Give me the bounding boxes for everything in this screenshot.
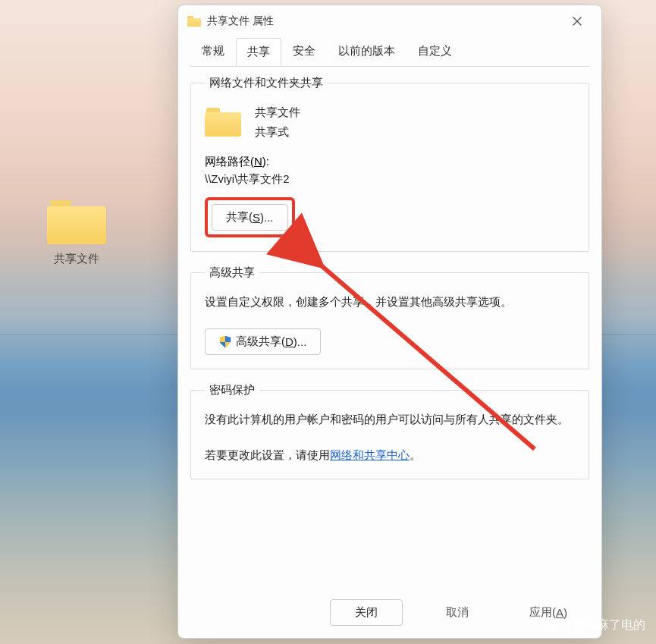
folder-icon bbox=[187, 16, 201, 27]
close-action-button[interactable]: 关闭 bbox=[330, 599, 403, 626]
properties-dialog: 共享文件 属性 常规 共享 安全 以前的版本 自定义 网络文件和文件夹共享 共享… bbox=[177, 5, 602, 639]
advanced-sharing-desc: 设置自定义权限，创建多个共享，并设置其他高级共享选项。 bbox=[205, 292, 575, 312]
password-desc-1: 没有此计算机的用户帐户和密码的用户可以访问与所有人共享的文件夹。 bbox=[205, 410, 575, 429]
tab-sharing[interactable]: 共享 bbox=[236, 38, 281, 66]
tab-customize[interactable]: 自定义 bbox=[406, 37, 463, 65]
desktop-folder-shortcut[interactable]: 共享文件 bbox=[35, 200, 118, 266]
desktop-background: 共享文件 共享文件 属性 常规 共享 安全 以前的版本 自定义 网络文件和文件夹… bbox=[0, 0, 656, 644]
group-password-protection-legend: 密码保护 bbox=[205, 383, 259, 397]
network-path-label: 网络路径(N): bbox=[205, 155, 575, 169]
close-button[interactable] bbox=[562, 10, 592, 33]
tab-previous-versions[interactable]: 以前的版本 bbox=[327, 37, 406, 65]
network-sharing-center-link[interactable]: 网络和共享中心 bbox=[330, 448, 410, 461]
dialog-title: 共享文件 属性 bbox=[207, 14, 274, 28]
group-network-sharing: 网络文件和文件夹共享 共享文件 共享式 网络路径(N): \\Zviyi\共享文… bbox=[190, 76, 589, 252]
group-advanced-sharing: 高级共享 设置自定义权限，创建多个共享，并设置其他高级共享选项。 高级共享(D)… bbox=[190, 265, 589, 369]
group-network-sharing-legend: 网络文件和文件夹共享 bbox=[205, 76, 328, 90]
shield-icon bbox=[219, 336, 231, 348]
tab-security[interactable]: 安全 bbox=[281, 37, 327, 65]
folder-icon bbox=[205, 108, 241, 137]
password-desc-2: 若要更改此设置，请使用网络和共享中心。 bbox=[205, 445, 575, 465]
group-password-protection: 密码保护 没有此计算机的用户帐户和密码的用户可以访问与所有人共享的文件夹。 若要… bbox=[190, 383, 589, 479]
share-button-highlight: 共享(S)... bbox=[205, 197, 295, 237]
network-path-value: \\Zviyi\共享文件2 bbox=[205, 172, 575, 187]
titlebar: 共享文件 属性 bbox=[178, 5, 601, 37]
share-name: 共享文件 bbox=[255, 102, 300, 122]
tab-strip: 常规 共享 安全 以前的版本 自定义 bbox=[178, 37, 601, 66]
group-advanced-sharing-legend: 高级共享 bbox=[205, 265, 259, 280]
dialog-content: 网络文件和文件夹共享 共享文件 共享式 网络路径(N): \\Zviyi\共享文… bbox=[178, 67, 601, 590]
desktop-folder-label: 共享文件 bbox=[35, 252, 118, 266]
advanced-sharing-button[interactable]: 高级共享(D)... bbox=[205, 328, 321, 355]
share-button[interactable]: 共享(S)... bbox=[212, 204, 288, 231]
watermark: 知乎 @手麻了电的 bbox=[545, 617, 645, 633]
close-icon bbox=[573, 17, 582, 26]
dialog-footer: 关闭 取消 应用(A) bbox=[178, 590, 601, 638]
folder-icon bbox=[47, 200, 106, 244]
cancel-button[interactable]: 取消 bbox=[421, 599, 494, 626]
tab-general[interactable]: 常规 bbox=[190, 37, 236, 65]
share-status: 共享式 bbox=[255, 122, 300, 142]
